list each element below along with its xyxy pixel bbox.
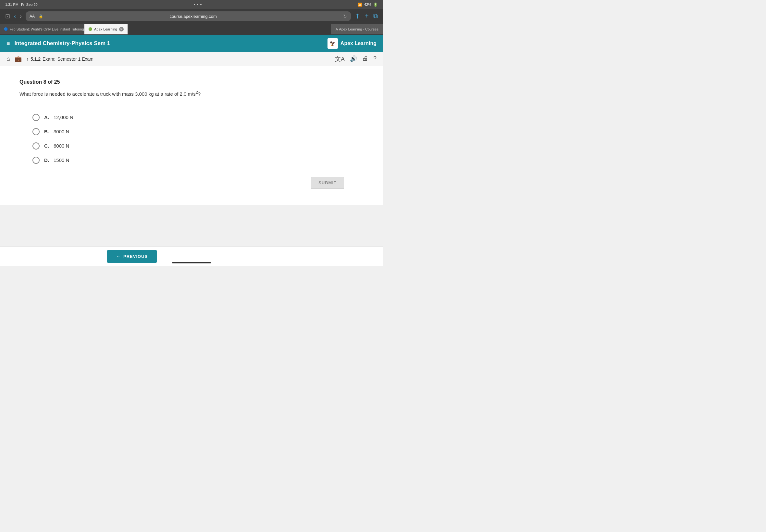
status-bar: 1:31 PM Fri Sep 20 📶 42% 🔋 <box>0 0 383 9</box>
sub-header: ⌂ 💼 ↑ 5.1.2 Exam: Semester 1 Exam 文A 🔊 🖨… <box>0 52 383 66</box>
previous-label: PREVIOUS <box>123 254 148 259</box>
radio-d[interactable] <box>32 157 40 164</box>
wifi-icon: 📶 <box>358 3 362 7</box>
help-icon[interactable]: ? <box>373 55 376 63</box>
status-center <box>194 4 201 5</box>
exam-label-text: Exam: <box>43 56 55 62</box>
apex-tab-icon: 🟢 <box>88 27 92 31</box>
aa-text[interactable]: AA <box>30 14 35 18</box>
filo-tab-label: Filo Student: World's Only Live Instant … <box>10 27 84 31</box>
address-bar[interactable]: AA 🔒 course.apexlearning.com ↻ <box>26 11 351 21</box>
apex-logo-text: Apex Learning <box>340 41 376 46</box>
radio-b[interactable] <box>32 128 40 135</box>
app-header-left: ≡ Integrated Chemistry-Physics Sem 1 <box>6 40 110 47</box>
browser-chrome: ⊡ ‹ › AA 🔒 course.apexlearning.com ↻ ⬆ +… <box>0 9 383 23</box>
share-icon[interactable]: ⬆ <box>355 12 360 20</box>
sub-header-left: ⌂ 💼 ↑ 5.1.2 Exam: Semester 1 Exam <box>6 55 93 63</box>
main-content: Question 8 of 25 What force is needed to… <box>0 66 383 205</box>
battery-indicator: 42% <box>364 3 371 6</box>
radio-c[interactable] <box>32 142 40 150</box>
hamburger-menu-icon[interactable]: ≡ <box>6 40 10 47</box>
submit-row: SUBMIT <box>19 177 344 189</box>
lock-icon: 🔒 <box>39 14 43 18</box>
question-number: Question 8 of 25 <box>19 79 363 85</box>
option-b[interactable]: B. 3000 N <box>32 128 363 135</box>
sidebar-toggle-icon[interactable]: ⊡ <box>5 13 10 20</box>
battery-icon: 🔋 <box>373 3 378 7</box>
option-d-text: 1500 N <box>54 157 69 163</box>
option-d[interactable]: D. 1500 N <box>32 157 363 164</box>
status-right: 📶 42% 🔋 <box>358 3 378 7</box>
option-b-text: 3000 N <box>54 129 69 134</box>
answer-options: A. 12,000 N B. 3000 N C. 6000 N D. 1500 … <box>32 114 363 164</box>
speaker-icon[interactable]: 🔊 <box>350 55 357 63</box>
sub-header-right: 文A 🔊 🖨 ? <box>335 55 376 63</box>
app-header: ≡ Integrated Chemistry-Physics Sem 1 🦅 A… <box>0 35 383 52</box>
submit-button[interactable]: SUBMIT <box>311 177 344 189</box>
refresh-icon[interactable]: ↻ <box>343 14 347 19</box>
url-text[interactable]: course.apexlearning.com <box>46 14 340 19</box>
dot2 <box>197 4 198 5</box>
dot3 <box>200 4 201 5</box>
translate-icon[interactable]: 文A <box>335 55 345 63</box>
tab-apex-courses[interactable]: A Apex Learning - Courses <box>331 24 383 34</box>
exam-label: ↑ 5.1.2 Exam: Semester 1 Exam <box>26 56 93 62</box>
browser-tabs: 🔵 Filo Student: World's Only Live Instan… <box>0 23 383 35</box>
footer: ← PREVIOUS <box>0 247 383 266</box>
new-tab-icon[interactable]: + <box>365 12 369 20</box>
apex-logo-icon: 🦅 <box>327 38 338 49</box>
option-b-letter: B. <box>44 129 49 134</box>
apex-logo: 🦅 Apex Learning <box>327 38 376 49</box>
forward-button[interactable]: › <box>20 13 22 20</box>
tab-apex[interactable]: 🟢 Apex Learning ✕ <box>84 24 128 34</box>
question-divider <box>19 106 363 106</box>
home-icon[interactable]: ⌂ <box>6 55 10 62</box>
back-button[interactable]: ‹ <box>14 13 16 20</box>
tab-filo[interactable]: 🔵 Filo Student: World's Only Live Instan… <box>0 24 84 34</box>
up-arrow-icon: ↑ <box>26 56 29 62</box>
apex-tab-label: Apex Learning <box>94 27 117 31</box>
time: 1:31 PM <box>5 3 18 6</box>
dot1 <box>194 4 195 5</box>
status-left: 1:31 PM Fri Sep 20 <box>5 3 38 6</box>
briefcase-icon[interactable]: 💼 <box>15 55 22 63</box>
radio-a[interactable] <box>32 114 40 121</box>
option-a-text: 12,000 N <box>54 115 73 120</box>
course-title: Integrated Chemistry-Physics Sem 1 <box>15 40 110 47</box>
home-indicator <box>172 262 211 263</box>
exam-section: 5.1.2 <box>30 56 41 62</box>
apex-courses-tab-label: Apex Learning - Courses <box>339 27 378 31</box>
option-c[interactable]: C. 6000 N <box>32 142 363 150</box>
previous-arrow-icon: ← <box>116 254 121 259</box>
date: Fri Sep 20 <box>21 3 38 6</box>
filo-tab-icon: 🔵 <box>4 27 8 31</box>
tabs-icon[interactable]: ⧉ <box>373 12 378 20</box>
option-a-letter: A. <box>44 115 49 120</box>
print-icon[interactable]: 🖨 <box>362 55 368 63</box>
browser-actions: ⬆ + ⧉ <box>355 12 378 20</box>
previous-button[interactable]: ← PREVIOUS <box>107 250 157 263</box>
option-c-letter: C. <box>44 143 49 149</box>
option-a[interactable]: A. 12,000 N <box>32 114 363 121</box>
option-c-text: 6000 N <box>54 143 69 149</box>
apex-courses-tab-icon: A <box>335 27 338 31</box>
exam-name: Semester 1 Exam <box>57 56 93 62</box>
tab-close-button[interactable]: ✕ <box>119 27 124 31</box>
question-text: What force is needed to accelerate a tru… <box>19 90 240 98</box>
option-d-letter: D. <box>44 157 49 163</box>
